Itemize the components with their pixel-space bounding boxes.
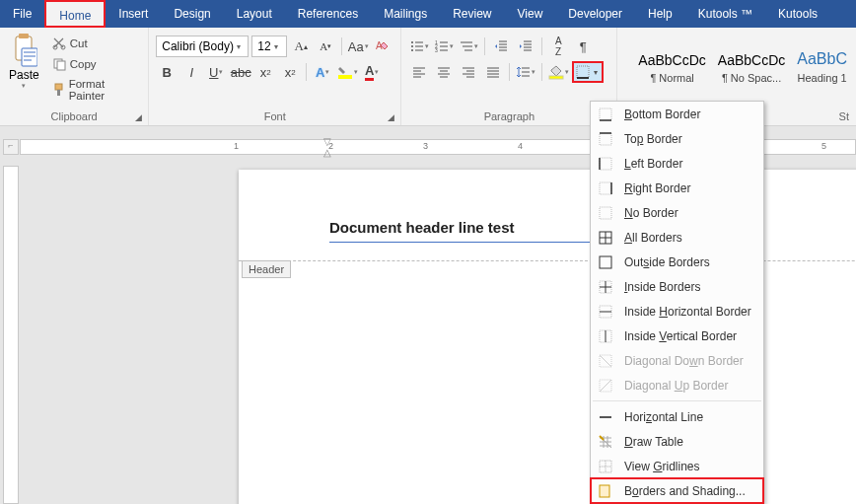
border-menu-top-border[interactable]: Top Border [591,126,763,151]
paint-bucket-icon [548,64,564,80]
strikethrough-button[interactable]: abc [230,61,251,83]
paste-button[interactable]: Paste ▾ [3,31,45,108]
change-case-button[interactable]: Aa [347,36,369,57]
ruler-mark: 1 [234,141,239,151]
underline-button[interactable]: U [205,61,227,83]
border-menu-inside-vertical-border[interactable]: Inside Vertical Border [591,324,763,348]
sort-button[interactable]: AZ [547,36,569,57]
indent-icon [519,39,533,53]
multilevel-button[interactable] [458,36,479,57]
menu-tab-view[interactable]: View [505,0,556,28]
copy-button[interactable]: Copy [49,55,142,73]
svg-rect-6 [57,61,65,70]
border-icon [597,180,614,197]
italic-button[interactable]: I [180,61,202,83]
text-effects-button[interactable]: A [312,61,333,83]
menu-tab-references[interactable]: References [285,0,371,28]
svg-rect-19 [600,108,611,120]
font-color-button[interactable]: A [361,61,383,83]
style--normal[interactable]: AaBbCcDc¶ Normal [632,31,711,108]
menu-tab-design[interactable]: Design [161,0,223,28]
align-right-button[interactable] [458,61,479,83]
menu-tab-kutools[interactable]: Kutools ™ [685,0,765,28]
border-menu-left-border[interactable]: Left Border [591,151,763,176]
border-icon [597,482,614,500]
border-menu-horizontal-line[interactable]: Horizontal Line [591,404,763,429]
cut-label: Cut [70,37,88,49]
style--no-spac-[interactable]: AaBbCcDc¶ No Spac... [712,31,791,108]
border-menu-borders-and-shading[interactable]: Borders and Shading... [591,478,763,503]
clear-formatting-button[interactable]: A [372,36,393,57]
menu-tab-layout[interactable]: Layout [224,0,285,28]
border-icon [597,352,614,370]
menu-item-label: View Gridlines [624,460,700,473]
font-dialog-launcher[interactable]: ◢ [386,112,395,122]
font-size-combo[interactable]: 12▾ [251,36,287,57]
font-name-combo[interactable]: Calibri (Body)▾ [156,36,249,57]
align-left-icon [412,65,426,79]
menu-item-label: Inside Vertical Border [624,329,737,343]
menu-tab-home[interactable]: Home [44,0,106,28]
clipboard-group-label: Clipboard ◢ [3,108,145,125]
border-menu-outside-borders[interactable]: Outside Borders [591,250,763,274]
border-menu-diagonal-up-border: Diagonal Up Border [591,373,763,397]
menu-tab-file[interactable]: File [0,0,44,28]
svg-rect-2 [22,48,37,66]
bold-button[interactable]: B [156,61,178,83]
border-menu-view-gridlines[interactable]: View Gridlines [591,454,763,478]
decrease-indent-button[interactable] [490,36,512,57]
menu-item-label: Inside Horizontal Border [624,305,751,319]
border-menu-bottom-border[interactable]: Bottom Border [591,102,763,126]
border-icon [597,303,614,321]
border-menu-inside-horizontal-border[interactable]: Inside Horizontal Border [591,299,763,324]
vertical-ruler[interactable] [3,166,19,504]
menu-tab-developer[interactable]: Developer [555,0,635,28]
highlighter-icon [337,64,353,80]
menu-tab-insert[interactable]: Insert [106,0,161,28]
superscript-button[interactable]: x2 [279,61,301,83]
shading-button[interactable] [547,61,569,83]
show-marks-button[interactable]: ¶ [572,36,594,57]
ruler-mark: 4 [518,141,523,151]
format-painter-button[interactable]: Format Painter [49,76,142,104]
menu-tab-review[interactable]: Review [440,0,504,28]
bullets-button[interactable] [408,36,430,57]
border-menu-all-borders[interactable]: All Borders [591,225,763,250]
align-center-button[interactable] [433,61,455,83]
border-icon [597,229,614,247]
cut-button[interactable]: Cut [49,35,142,52]
font-group-label: Font ◢ [152,108,397,125]
align-left-button[interactable] [408,61,430,83]
border-menu-right-border[interactable]: Right Border [591,176,763,200]
numbering-button[interactable]: 123 [433,36,455,57]
line-spacing-button[interactable] [515,61,536,83]
eraser-icon: A [376,39,390,53]
decrease-font-button[interactable]: A▾ [315,36,336,57]
border-menu-diagonal-down-border: Diagonal Down Border [591,348,763,373]
paintbrush-icon [52,83,65,97]
clipboard-dialog-launcher[interactable]: ◢ [133,112,143,122]
highlight-button[interactable] [336,61,358,83]
menu-bar: FileHomeInsertDesignLayoutReferencesMail… [0,0,856,28]
ruler-corner: ⌐ [3,139,19,155]
menu-item-label: Left Border [624,157,682,171]
border-icon [597,204,614,222]
justify-button[interactable] [482,61,504,83]
header-content[interactable]: Document header line test [329,219,606,243]
menu-tab-help[interactable]: Help [635,0,685,28]
style-heading-1[interactable]: AaBbCHeading 1 [791,31,853,108]
increase-indent-button[interactable] [515,36,536,57]
border-menu-no-border[interactable]: No Border [591,200,763,225]
header-tag[interactable]: Header [242,260,291,278]
menu-tab-kutools[interactable]: Kutools [765,0,830,28]
menu-item-label: Right Border [624,181,690,195]
border-icon [597,433,614,451]
increase-font-button[interactable]: A▴ [290,36,312,57]
borders-button[interactable]: ▾ [572,61,604,83]
line-spacing-icon [517,65,531,79]
ruler-mark: 3 [423,141,428,151]
border-menu-draw-table[interactable]: Draw Table [591,429,763,454]
menu-tab-mailings[interactable]: Mailings [371,0,440,28]
border-menu-inside-borders[interactable]: Inside Borders [591,274,763,299]
subscript-button[interactable]: x2 [254,61,276,83]
